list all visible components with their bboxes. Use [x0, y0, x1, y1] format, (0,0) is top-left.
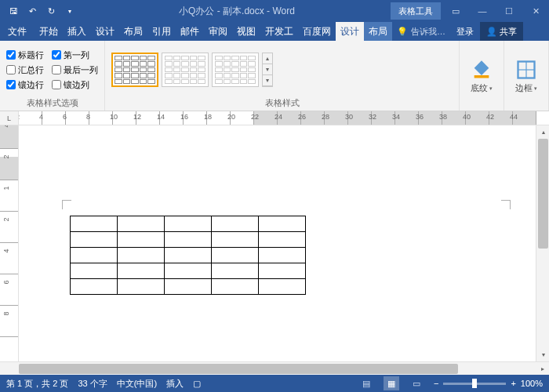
group-shading: 底纹 [460, 41, 504, 111]
chk-last-col[interactable]: 最后一列 [52, 64, 98, 76]
zoom-thumb[interactable] [472, 379, 477, 388]
quick-access-toolbar: 🖫 ↶ ↻ ▾ [0, 2, 83, 20]
chk-first-col[interactable]: 第一列 [52, 49, 98, 61]
workspace: ▴ ▾ [0, 125, 549, 361]
table-style-2[interactable] [162, 53, 209, 87]
ribbon-options-button[interactable]: ▭ [442, 0, 469, 22]
group-style-options: 标题行 第一列 汇总行 最后一列 镶边行 镶边列 表格样式选项 [0, 41, 105, 111]
zoom-level[interactable]: 100% [521, 379, 543, 388]
scrollbar-horizontal[interactable]: ▸ [0, 361, 549, 375]
undo-button[interactable]: ↶ [24, 2, 41, 20]
table-style-3[interactable] [212, 53, 259, 87]
record-macro-icon[interactable]: ▢ [193, 379, 201, 389]
paint-bucket-icon [471, 59, 493, 81]
ruler-vertical[interactable] [0, 125, 19, 361]
group-table-styles: ▴▾▾ 表格样式 [105, 41, 460, 111]
scroll-down-arrow[interactable]: ▾ [536, 348, 549, 361]
tab-table-layout[interactable]: 布局 [364, 22, 392, 41]
status-page[interactable]: 第 1 页，共 2 页 [6, 378, 68, 390]
window-controls: ▭ ― ☐ ✕ [442, 0, 549, 22]
lightbulb-icon: 💡 [397, 27, 408, 37]
tab-developer[interactable]: 开发工 [260, 22, 298, 41]
zoom-in-button[interactable]: + [511, 379, 515, 388]
ribbon: 标题行 第一列 汇总行 最后一列 镶边行 镶边列 表格样式选项 ▴▾▾ 表格样式 [0, 41, 549, 111]
tab-baidu[interactable]: 百度网 [298, 22, 336, 41]
margin-corner-tr [501, 200, 511, 209]
tell-me[interactable]: 💡告诉我… [392, 22, 450, 41]
scroll-right-arrow[interactable]: ▸ [536, 365, 549, 372]
close-button[interactable]: ✕ [522, 0, 549, 22]
borders-icon [515, 59, 537, 81]
scroll-up-arrow[interactable]: ▴ [536, 125, 549, 139]
ruler-row: L [0, 111, 549, 125]
minimize-button[interactable]: ― [469, 0, 496, 22]
zoom-control: − + 100% [434, 379, 543, 388]
view-read-icon[interactable]: ▤ [358, 376, 374, 390]
margin-corner-tl [62, 200, 71, 209]
svg-rect-0 [474, 75, 489, 78]
table-style-more[interactable]: ▴▾▾ [262, 53, 273, 87]
save-button[interactable]: 🖫 [5, 2, 22, 20]
context-tab-label: 表格工具 [391, 2, 441, 20]
chk-banded-row[interactable]: 镶边行 [6, 79, 44, 91]
group-borders: 边框 [504, 41, 549, 111]
status-lang[interactable]: 中文(中国) [117, 378, 157, 390]
tab-insert[interactable]: 插入 [63, 22, 91, 41]
zoom-slider[interactable] [443, 383, 506, 385]
table-style-1[interactable] [111, 53, 158, 87]
tab-home[interactable]: 开始 [35, 22, 63, 41]
tab-design[interactable]: 设计 [91, 22, 119, 41]
tab-file[interactable]: 文件 [0, 22, 35, 41]
scroll-thumb-v[interactable] [538, 139, 548, 249]
scrollbar-vertical[interactable]: ▴ ▾ [536, 125, 549, 361]
person-icon: 👤 [486, 27, 497, 37]
share-button[interactable]: 👤共享 [480, 22, 523, 41]
status-bar: 第 1 页，共 2 页 33 个字 中文(中国) 插入 ▢ ▤ ▦ ▭ − + … [0, 375, 549, 392]
ruler-corner[interactable]: L [0, 111, 19, 125]
zoom-out-button[interactable]: − [434, 379, 438, 388]
tab-references[interactable]: 引用 [147, 22, 176, 41]
title-bar: 🖫 ↶ ↻ ▾ 小Q办公 - 副本.docx - Word 表格工具 ▭ ― ☐… [0, 0, 549, 22]
document-canvas[interactable] [19, 125, 536, 361]
status-insert[interactable]: 插入 [166, 378, 184, 390]
tab-layout[interactable]: 布局 [119, 22, 147, 41]
login-button[interactable]: 登录 [450, 22, 480, 41]
maximize-button[interactable]: ☐ [496, 0, 522, 22]
tab-review[interactable]: 审阅 [204, 22, 232, 41]
chk-banded-col[interactable]: 镶边列 [52, 79, 98, 91]
scroll-thumb-h[interactable] [19, 364, 458, 374]
tab-table-design[interactable]: 设计 [336, 22, 364, 41]
document-table[interactable] [70, 216, 306, 295]
chk-header-row[interactable]: 标题行 [6, 49, 44, 61]
ruler-horizontal[interactable] [19, 111, 549, 125]
chk-total-row[interactable]: 汇总行 [6, 64, 44, 76]
redo-button[interactable]: ↻ [42, 2, 60, 20]
status-words[interactable]: 33 个字 [78, 378, 107, 390]
ribbon-tabs: 文件 开始 插入 设计 布局 引用 邮件 审阅 视图 开发工 百度网 设计 布局… [0, 22, 549, 41]
shading-button[interactable]: 底纹 [466, 57, 497, 96]
window-title: 小Q办公 - 副本.docx - Word [83, 5, 391, 18]
borders-button[interactable]: 边框 [511, 57, 542, 96]
page [42, 149, 505, 361]
qat-customize[interactable]: ▾ [61, 2, 78, 20]
tab-view[interactable]: 视图 [232, 22, 260, 41]
tab-mailings[interactable]: 邮件 [176, 22, 204, 41]
view-web-icon[interactable]: ▭ [409, 376, 424, 390]
view-print-icon[interactable]: ▦ [384, 376, 399, 390]
